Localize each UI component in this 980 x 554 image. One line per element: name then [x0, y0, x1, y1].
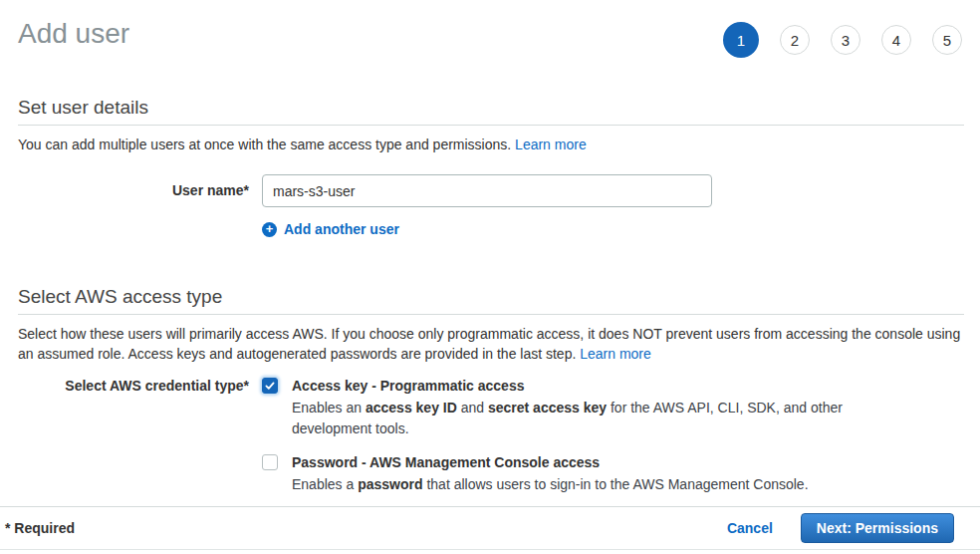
access-type-description-text: Select how these users will primarily ac… [18, 326, 960, 362]
desc-text: that allows users to sign-in to the AWS … [423, 476, 809, 492]
wizard-step-indicator: 1 2 3 4 5 [723, 22, 962, 58]
password-option-body: Password - AWS Management Console access… [292, 453, 809, 495]
checkmark-icon [264, 380, 276, 392]
page-title: Add user [18, 16, 129, 52]
desc-bold: secret access key [488, 400, 607, 416]
step-indicator-2: 2 [780, 25, 810, 55]
access-key-option-title: Access key - Programmatic access [292, 377, 845, 395]
add-another-row: + Add another user [262, 220, 980, 237]
credential-type-row: Select AWS credential type* Access key -… [0, 377, 980, 495]
credential-options: Access key - Programmatic access Enables… [262, 377, 845, 495]
password-option-desc: Enables a password that allows users to … [292, 474, 809, 495]
learn-more-link-access-type[interactable]: Learn more [580, 346, 651, 362]
step-indicator-5: 5 [932, 25, 962, 55]
username-input[interactable] [262, 174, 712, 207]
desc-bold: access key ID [366, 400, 457, 416]
access-key-option-desc: Enables an access key ID and secret acce… [292, 398, 845, 439]
required-note: * Required [5, 520, 75, 536]
section-heading-access-type: Select AWS access type [18, 287, 964, 315]
password-option: Password - AWS Management Console access… [262, 453, 845, 495]
username-label: User name* [0, 174, 249, 198]
access-key-option: Access key - Programmatic access Enables… [262, 377, 845, 439]
user-details-description: You can add multiple users at once with … [18, 135, 962, 154]
desc-text: Enables an [292, 400, 366, 416]
desc-bold: password [358, 476, 422, 492]
step-indicator-3: 3 [831, 25, 860, 55]
access-type-description: Select how these users will primarily ac… [18, 324, 962, 364]
wizard-footer: * Required Cancel Next: Permissions [0, 506, 980, 550]
access-key-option-body: Access key - Programmatic access Enables… [292, 377, 845, 439]
cancel-button[interactable]: Cancel [727, 520, 773, 536]
next-permissions-button[interactable]: Next: Permissions [801, 513, 954, 543]
step-indicator-4: 4 [881, 25, 911, 55]
plus-circle-icon: + [262, 222, 277, 237]
step-indicator-1: 1 [723, 22, 759, 58]
add-user-page: Add user 1 2 3 4 5 Set user details You … [0, 0, 980, 554]
add-another-user-link[interactable]: + Add another user [262, 221, 399, 237]
password-checkbox[interactable] [262, 454, 278, 470]
footer-actions: Cancel Next: Permissions [727, 513, 954, 543]
learn-more-link-user-details[interactable]: Learn more [515, 137, 587, 152]
access-key-checkbox[interactable] [262, 378, 278, 394]
page-header: Add user 1 2 3 4 5 [0, 0, 980, 58]
desc-text: and [457, 400, 488, 416]
password-option-title: Password - AWS Management Console access [292, 453, 809, 471]
credential-type-label: Select AWS credential type* [0, 377, 249, 394]
add-another-user-label: Add another user [284, 221, 399, 237]
username-row: User name* [0, 174, 980, 207]
desc-text: Enables a [292, 476, 358, 492]
section-heading-user-details: Set user details [18, 98, 964, 126]
user-details-description-text: You can add multiple users at once with … [18, 137, 511, 152]
